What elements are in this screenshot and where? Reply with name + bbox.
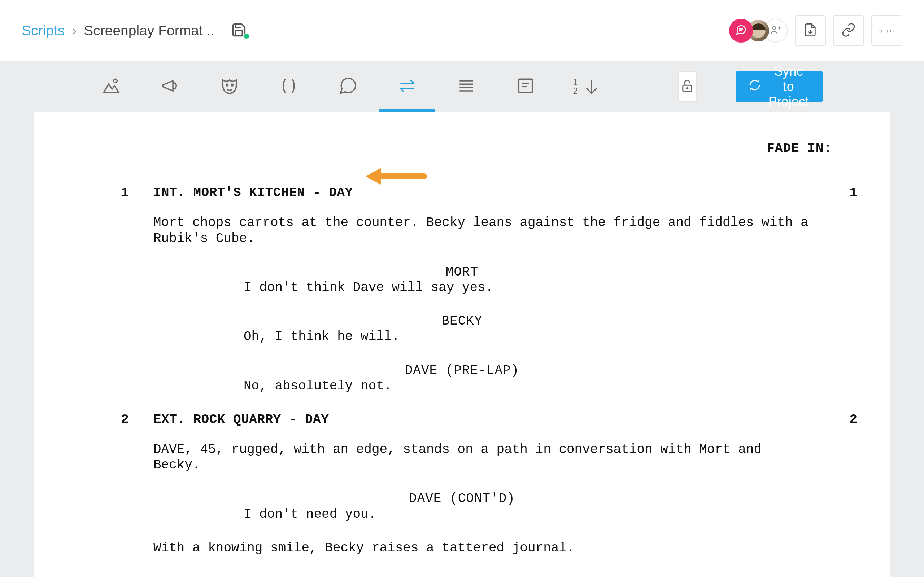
svg-point-6 <box>226 84 228 86</box>
scene-heading: INT. MORT'S KITCHEN - DAY <box>153 185 353 200</box>
avatar-image-placeholder <box>751 23 766 38</box>
mountain-icon <box>101 76 121 97</box>
character-cue: MORT <box>312 264 612 280</box>
character-cue: BECKY <box>312 313 612 329</box>
chat-icon <box>735 24 747 37</box>
number-arrow-icon: 1 2 <box>573 76 601 97</box>
more-dots-icon: ○○○ <box>878 27 895 35</box>
svg-point-7 <box>231 84 233 86</box>
megaphone-icon <box>160 76 181 97</box>
note-icon <box>515 76 536 97</box>
svg-point-2 <box>773 27 775 29</box>
sync-to-project-button[interactable]: Sync to Project <box>736 71 823 102</box>
script-page[interactable]: FADE IN: 1 INT. MORT'S KITCHEN - DAY 1 M… <box>34 112 890 577</box>
toolbar-character[interactable] <box>220 61 240 112</box>
transition-in: FADE IN: <box>78 141 846 156</box>
character-cue: DAVE (CONT'D) <box>312 491 612 506</box>
toolbar-scene-heading[interactable] <box>101 61 121 112</box>
header-right: ○○○ <box>729 15 902 46</box>
action-text: With a knowing smile, Becky raises a tat… <box>153 540 810 556</box>
character-cue: DAVE (PRE-LAP) <box>312 363 612 378</box>
dialogue: No, absolutely not. <box>244 378 615 394</box>
saved-indicator-dot <box>243 33 250 39</box>
align-lines-icon <box>456 76 477 97</box>
sync-icon <box>749 79 761 95</box>
dialogue: Oh, I think he will. <box>244 329 615 344</box>
more-menu-button[interactable]: ○○○ <box>871 15 902 46</box>
add-person-icon <box>770 24 782 37</box>
svg-rect-14 <box>519 79 532 92</box>
toolbar-general[interactable] <box>456 61 477 112</box>
document-area: FADE IN: 1 INT. MORT'S KITCHEN - DAY 1 M… <box>0 112 924 577</box>
scene-number-right: 1 <box>849 185 857 200</box>
scene-heading: EXT. ROCK QUARRY - DAY <box>153 412 329 427</box>
collaborator-avatars <box>729 19 788 43</box>
lock-button[interactable] <box>678 71 696 102</box>
save-status <box>231 22 248 39</box>
parentheses-icon <box>279 76 299 97</box>
svg-point-19 <box>687 88 688 89</box>
dialogue: I don't think Dave will say yes. <box>244 280 615 295</box>
action-text: DAVE, 45, rugged, with an edge, stands o… <box>153 442 810 473</box>
pdf-icon <box>803 23 817 39</box>
app-header: Scripts › Screenplay Format .. <box>0 0 924 61</box>
breadcrumb-separator-icon: › <box>72 23 76 39</box>
speech-bubble-icon <box>338 76 358 97</box>
scene-number-right: 2 <box>849 412 857 427</box>
scene-number-left: 1 <box>121 185 129 200</box>
arrows-transition-icon <box>397 76 417 97</box>
toolbar-transition[interactable] <box>397 61 417 112</box>
export-pdf-button[interactable] <box>795 15 826 46</box>
scene-heading-row: 1 INT. MORT'S KITCHEN - DAY 1 <box>153 185 846 200</box>
breadcrumb-root[interactable]: Scripts <box>22 23 65 39</box>
scene-number-left: 2 <box>121 412 129 427</box>
svg-point-5 <box>114 79 117 82</box>
toolbar-note[interactable] <box>515 61 536 112</box>
dialogue: I don't need you. <box>244 507 615 522</box>
breadcrumb-current: Screenplay Format .. <box>84 23 215 39</box>
breadcrumb: Scripts › Screenplay Format .. <box>22 23 215 39</box>
action-text: Mort chops carrots at the counter. Becky… <box>153 215 810 246</box>
unlock-icon <box>680 78 695 95</box>
share-link-button[interactable] <box>833 15 864 46</box>
comments-avatar[interactable] <box>729 19 753 43</box>
toolbar-action[interactable] <box>160 61 181 112</box>
toolbar-dialogue[interactable] <box>338 61 358 112</box>
sync-button-label: Sync to Project <box>767 64 810 109</box>
scene-heading-row: 2 EXT. ROCK QUARRY - DAY 2 <box>153 412 846 427</box>
toolbar-parenthetical[interactable] <box>279 61 299 112</box>
format-toolbar: 1 2 Sync to Project <box>0 61 924 112</box>
header-left: Scripts › Screenplay Format .. <box>22 22 248 39</box>
mask-icon <box>220 76 240 97</box>
toolbar-scene-numbers[interactable]: 1 2 <box>575 61 600 112</box>
link-icon <box>842 23 856 39</box>
